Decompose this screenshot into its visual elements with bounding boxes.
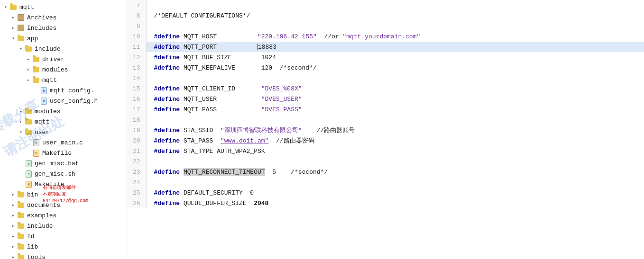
code-content-10[interactable]: #define MQTT_HOST "220.196.42.155" //or …: [146, 31, 644, 42]
tree-arrow-lib: ▸: [9, 244, 17, 250]
code-line-25: 25 #define DEFAULT_SECURITY 0: [127, 188, 644, 198]
tree-label-gen-misc-sh: gen_misc.sh: [35, 170, 75, 178]
tree-item-examples[interactable]: ▸ examples: [0, 210, 127, 221]
tree-item-makefile-app[interactable]: M Makefile: [0, 179, 127, 189]
folder-open-include-icon: [25, 45, 33, 53]
file-c-user-main-icon: c: [32, 139, 41, 146]
tree-label-makefile-user: Makefile: [42, 150, 72, 157]
tree-item-lib[interactable]: ▸ lib: [0, 241, 127, 252]
code-content-26[interactable]: #define QUEUE_BUFFER_SIZE 2048: [146, 198, 644, 208]
tree-item-mqtt-app[interactable]: ▸ mqtt: [0, 116, 127, 127]
tree-label-modules-inner: modules: [42, 66, 68, 73]
tree-item-modules-app[interactable]: ▸ modules: [0, 106, 127, 116]
code-content-19[interactable]: #define STA_SSID "深圳四博智联科技有限公司" //路由器账号: [146, 125, 644, 135]
tree-item-tools[interactable]: ▸ tools: [0, 252, 127, 259]
folder-open-app-icon: [17, 35, 26, 42]
tree-item-gen-misc-sh[interactable]: s gen_misc.sh: [0, 169, 127, 179]
tree-item-include-root[interactable]: ▸ include: [0, 221, 127, 231]
tree-arrow-examples: ▸: [9, 213, 17, 218]
tree-item-mqtt-config[interactable]: h mqtt_config.: [0, 85, 127, 96]
tree-label-mqtt-app: mqtt: [35, 118, 49, 125]
tree-item-user-config[interactable]: h user_config.h: [0, 96, 127, 106]
code-line-12: 12 #define MQTT_BUF_SIZE 1024: [127, 52, 644, 63]
tree-item-ld[interactable]: ▸ ld: [0, 231, 127, 241]
code-content-13[interactable]: #define MQTT_KEEPALIVE 120 /*second*/: [146, 63, 644, 73]
tree-arrow-user: ▾: [17, 129, 25, 135]
tree-item-include[interactable]: ▾ include: [0, 44, 127, 54]
code-line-24: 24: [127, 177, 644, 188]
code-line-9: 9: [127, 21, 644, 31]
code-content-7[interactable]: [146, 0, 644, 10]
includes-icon: [17, 24, 26, 32]
code-line-23: 23 #define MQTT_RECONNECT_TIMEOUT 5 /*se…: [127, 167, 644, 177]
tree-label-mqtt-sub: mqtt: [42, 77, 57, 84]
code-content-16[interactable]: #define MQTT_USER "DVES_USER": [146, 94, 644, 104]
tree-item-mqtt[interactable]: ▾ mqtt: [0, 2, 127, 12]
tree-item-bin[interactable]: ▸ bin: [0, 189, 127, 200]
file-tree-sidebar[interactable]: ▾ mqtt ▸ Archives ▸ Includes ▾ app ▾ inc…: [0, 0, 127, 259]
code-content-21[interactable]: #define STA_TYPE AUTH_WPA2_PSK: [146, 146, 644, 156]
line-number-26: 26: [127, 198, 146, 208]
code-content-17[interactable]: #define MQTT_PASS "DVES_PASS": [146, 104, 644, 115]
tree-item-gen-misc-bat[interactable]: b gen_misc.bat: [0, 158, 127, 169]
code-line-8: 8 /*DEFAULT CONFIGURATIONS*/: [127, 10, 644, 21]
line-number-14: 14: [127, 73, 146, 83]
tree-arrow-archives: ▸: [9, 15, 17, 20]
tree-arrow-mqtt-app: ▸: [17, 119, 25, 125]
tree-item-app[interactable]: ▾ app: [0, 33, 127, 44]
tree-arrow-documents: ▸: [9, 202, 17, 208]
code-content-22[interactable]: [146, 156, 644, 167]
tree-label-lib: lib: [27, 243, 38, 250]
tree-arrow-includes: ▸: [9, 25, 17, 31]
tree-item-mqtt-sub[interactable]: ▸ mqtt: [0, 75, 127, 85]
line-number-8: 8: [127, 10, 146, 21]
line-number-24: 24: [127, 177, 146, 188]
tree-label-documents: documents: [27, 202, 60, 209]
tree-item-user[interactable]: ▾ user: [0, 127, 127, 137]
code-line-16: 16 #define MQTT_USER "DVES_USER": [127, 94, 644, 104]
code-content-11[interactable]: #define MQTT_PORT 18883: [146, 42, 644, 52]
code-content-18[interactable]: [146, 115, 644, 125]
tree-arrow-mqtt-sub: ▸: [25, 77, 32, 83]
tree-item-modules-inner[interactable]: ▸ modules: [0, 64, 127, 75]
file-h-user-config-icon: h: [40, 97, 48, 105]
tree-arrow-mqtt: ▾: [2, 4, 9, 10]
tree-label-include: include: [35, 45, 61, 53]
tree-item-makefile-user[interactable]: M Makefile: [0, 148, 127, 158]
tree-item-archives[interactable]: ▸ Archives: [0, 12, 127, 23]
code-content-20[interactable]: #define STA_PASS "www.doit.am" //路由器密码: [146, 135, 644, 146]
makefile-app-icon: M: [25, 180, 33, 188]
line-number-23: 23: [127, 167, 146, 177]
tree-label-mqtt: mqtt: [19, 4, 34, 11]
folder-closed-tools-icon: [17, 253, 26, 259]
tree-arrow-bin: ▸: [9, 192, 17, 197]
code-content-24[interactable]: [146, 177, 644, 188]
code-line-14: 14: [127, 73, 644, 83]
line-number-21: 21: [127, 146, 146, 156]
code-line-19: 19 #define STA_SSID "深圳四博智联科技有限公司" //路由器…: [127, 125, 644, 135]
tree-item-documents[interactable]: ▸ documents: [0, 200, 127, 210]
code-line-26: 26 #define QUEUE_BUFFER_SIZE 2048: [127, 198, 644, 208]
folder-closed-modules-inner-icon: [32, 66, 41, 73]
tree-item-driver[interactable]: ▸ driver: [0, 54, 127, 64]
code-content-25[interactable]: #define DEFAULT_SECURITY 0: [146, 188, 644, 198]
folder-closed-lib-icon: [17, 243, 26, 250]
code-content-14[interactable]: [146, 73, 644, 83]
tree-item-includes[interactable]: ▸ Includes: [0, 23, 127, 33]
line-number-17: 17: [127, 104, 146, 115]
code-content-12[interactable]: #define MQTT_BUF_SIZE 1024: [146, 52, 644, 63]
code-content-9[interactable]: [146, 21, 644, 31]
folder-open-user-icon: [25, 128, 33, 136]
folder-closed-include-root-icon: [17, 222, 26, 230]
tree-label-includes: Includes: [27, 25, 56, 32]
line-number-22: 22: [127, 156, 146, 167]
line-number-16: 16: [127, 94, 146, 104]
code-line-13: 13 #define MQTT_KEEPALIVE 120 /*second*/: [127, 63, 644, 73]
code-editor[interactable]: 7 8 /*DEFAULT CONFIGURATIONS*/ 9 10 #def…: [127, 0, 644, 259]
tree-label-makefile-app: Makefile: [35, 181, 64, 188]
code-content-8[interactable]: /*DEFAULT CONFIGURATIONS*/: [146, 10, 644, 21]
tree-item-user-main[interactable]: c user_main.c: [0, 137, 127, 148]
code-content-23[interactable]: #define MQTT_RECONNECT_TIMEOUT 5 /*secon…: [146, 167, 644, 177]
tree-arrow-ld: ▸: [9, 233, 17, 239]
code-content-15[interactable]: #define MQTT_CLIENT_ID "DVES_%08X": [146, 83, 644, 94]
